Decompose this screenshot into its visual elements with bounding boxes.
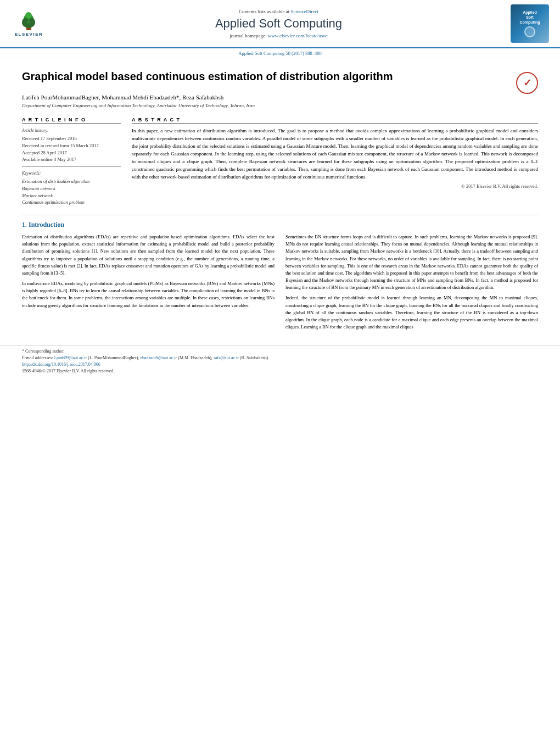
svg-point-5 bbox=[29, 18, 35, 23]
abstract-col: A B S T R A C T In this paper, a new est… bbox=[132, 117, 538, 206]
email-footnote: E-mail addresses: l.pmb89@aut.ac.ir (L. … bbox=[22, 355, 538, 360]
received-date: Received 17 September 2016 bbox=[22, 136, 77, 141]
intro-col-right: Sometimes the BN structure forms loops a… bbox=[285, 233, 538, 334]
journal-title: Applied Soft Computing bbox=[47, 16, 511, 31]
elsevier-tree-icon bbox=[16, 10, 41, 31]
svg-point-4 bbox=[23, 18, 28, 23]
abstract-label: A B S T R A C T bbox=[132, 117, 538, 124]
email1-link[interactable]: l.pmb89@aut.ac.ir bbox=[54, 355, 87, 360]
sciencedirect-link[interactable]: ScienceDirect bbox=[291, 9, 318, 14]
history-label: Article history: bbox=[22, 127, 121, 134]
introduction-section-title: 1. Introduction bbox=[22, 221, 538, 229]
journal-badge: Applied Soft Computing bbox=[511, 4, 549, 43]
journal-center: Contents lists available at ScienceDirec… bbox=[47, 9, 511, 38]
citation-text: Applied Soft Computing 58 (2017) 388–400 bbox=[238, 51, 321, 56]
intro-p3: Sometimes the BN structure forms loops a… bbox=[285, 233, 538, 291]
copyright-text: © 2017 Elsevier B.V. All rights reserved… bbox=[132, 183, 538, 189]
paper-content: Graphical model based continuous estimat… bbox=[0, 58, 560, 339]
keyword-3: Markov network bbox=[22, 192, 121, 199]
elsevier-logo: ELSEVIER bbox=[11, 10, 47, 37]
authors: Latifeh PourMohammadBagher, Mohammad Meh… bbox=[22, 94, 538, 101]
email3-link[interactable]: safa@aut.ac.ir bbox=[214, 355, 239, 360]
section-divider bbox=[22, 215, 538, 215]
corresponding-author-note: * Corresponding author. bbox=[22, 349, 538, 354]
citation-bar: Applied Soft Computing 58 (2017) 388–400 bbox=[0, 48, 560, 58]
article-info-col: A R T I C L E I N F O Article history: R… bbox=[22, 117, 121, 206]
journal-header: ELSEVIER Contents lists available at Sci… bbox=[0, 0, 560, 48]
info-abstract-row: A R T I C L E I N F O Article history: R… bbox=[22, 117, 538, 206]
elsevier-wordmark: ELSEVIER bbox=[15, 32, 43, 37]
keywords-label: Keywords: bbox=[22, 170, 121, 177]
article-info-label: A R T I C L E I N F O bbox=[22, 117, 121, 124]
issn-line: 1568-4946/© 2017 Elsevier B.V. All right… bbox=[22, 369, 538, 373]
doi-link[interactable]: http://dx.doi.org/10.1016/j.asoc.2017.04… bbox=[22, 362, 100, 367]
accepted-date: Accepted 28 April 2017 bbox=[22, 150, 66, 155]
info-divider bbox=[22, 166, 121, 167]
introduction-body: Estimation of distribution algorithms (E… bbox=[22, 233, 538, 334]
svg-point-3 bbox=[25, 12, 32, 19]
abstract-text: In this paper, a new estimation of distr… bbox=[132, 127, 538, 181]
article-info-content: Article history: Received 17 September 2… bbox=[22, 127, 121, 206]
revised-date: Received in revised form 15 March 2017 bbox=[22, 143, 99, 148]
crossmark-icon[interactable]: ✓ bbox=[516, 72, 538, 94]
intro-p4: Indeed, the structure of the probabilist… bbox=[285, 294, 538, 331]
email2-link[interactable]: ebadzadeh@aut.ac.ir bbox=[140, 355, 177, 360]
intro-col-left: Estimation of distribution algorithms (E… bbox=[22, 233, 275, 334]
title-row: Graphical model based continuous estimat… bbox=[22, 69, 538, 94]
paper-title: Graphical model based continuous estimat… bbox=[22, 69, 393, 83]
intro-p1: Estimation of distribution algorithms (E… bbox=[22, 233, 275, 277]
keyword-2: Bayesian network bbox=[22, 185, 121, 192]
contents-available: Contents lists available at ScienceDirec… bbox=[47, 9, 511, 14]
intro-p2: In multivariate EDAs, modeling by probab… bbox=[22, 280, 275, 309]
doi-line: http://dx.doi.org/10.1016/j.asoc.2017.04… bbox=[22, 362, 538, 367]
affiliation: Department of Computer Engineering and I… bbox=[22, 103, 538, 108]
available-date: Available online 4 May 2017 bbox=[22, 157, 76, 162]
footer: * Corresponding author. E-mail addresses… bbox=[0, 345, 560, 378]
homepage-link[interactable]: www.elsevier.com/locate/asoc bbox=[268, 33, 328, 38]
keyword-4: Continuous optimization problem bbox=[22, 199, 121, 206]
keyword-1: Estimation of distribution algorithm bbox=[22, 178, 121, 185]
homepage: journal homepage: www.elsevier.com/locat… bbox=[47, 33, 511, 38]
badge-circle-decoration bbox=[524, 26, 535, 37]
